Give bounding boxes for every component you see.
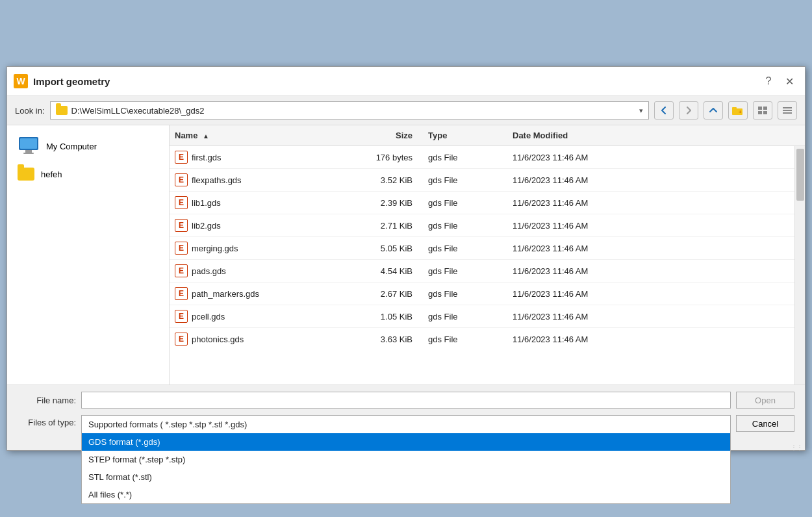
- file-type: gds File: [423, 242, 507, 255]
- gds-file-icon: [175, 287, 188, 300]
- open-button[interactable]: Open: [736, 392, 794, 409]
- file-type: gds File: [423, 265, 507, 277]
- table-row[interactable]: pads.gds 4.54 KiB gds File 11/6/2023 11:…: [170, 260, 794, 283]
- file-type: gds File: [423, 220, 507, 232]
- file-type: gds File: [423, 197, 507, 209]
- file-type: gds File: [423, 174, 507, 186]
- title-bar: W Import geometry ? ✕: [7, 67, 805, 96]
- file-size: 5.05 KiB: [345, 242, 423, 255]
- file-list[interactable]: first.gds 176 bytes gds File 11/6/2023 1…: [170, 146, 794, 385]
- file-name-row: File name: Open: [18, 392, 794, 409]
- file-name: photonics.gds: [192, 334, 244, 344]
- path-combo[interactable]: D:\WelSimLLC\executable28\_gds2 ▾: [50, 101, 649, 120]
- gds-file-icon: [175, 151, 188, 164]
- toolbar: Look in: D:\WelSimLLC\executable28\_gds2…: [7, 96, 805, 125]
- up-icon: [709, 106, 718, 115]
- file-date: 11/6/2023 11:46 AM: [507, 242, 794, 255]
- file-type: gds File: [423, 310, 507, 323]
- col-header-date[interactable]: Date Modified: [507, 128, 805, 143]
- file-date: 11/6/2023 11:46 AM: [507, 197, 794, 209]
- dropdown-item[interactable]: All files (*.*): [82, 486, 730, 503]
- resize-dots-icon: ⋮⋮: [791, 444, 802, 451]
- back-button[interactable]: [654, 101, 674, 120]
- folder-icon: [56, 106, 68, 115]
- look-in-label: Look in:: [15, 106, 45, 116]
- table-row[interactable]: flexpaths.gds 3.52 KiB gds File 11/6/202…: [170, 169, 794, 192]
- close-button[interactable]: ✕: [780, 72, 798, 90]
- svg-rect-3: [758, 107, 762, 110]
- col-header-name[interactable]: Name ▲: [170, 128, 345, 143]
- up-button[interactable]: [704, 101, 723, 120]
- file-list-header: Name ▲ Size Type Date Modified: [170, 125, 805, 146]
- svg-rect-6: [763, 111, 767, 114]
- file-name: first.gds: [192, 153, 222, 162]
- sidebar-label-hefeh: hefeh: [41, 170, 62, 179]
- dropdown-item[interactable]: STL format (*.stl): [82, 468, 730, 486]
- path-text: D:\WelSimLLC\executable28\_gds2: [71, 106, 635, 116]
- table-row[interactable]: photonics.gds 3.63 KiB gds File 11/6/202…: [170, 328, 794, 350]
- back-icon: [659, 106, 668, 115]
- gds-file-icon: [175, 264, 188, 277]
- svg-rect-5: [758, 111, 762, 114]
- scrollbar-thumb: [796, 149, 804, 201]
- table-row[interactable]: merging.gds 5.05 KiB gds File 11/6/2023 …: [170, 237, 794, 260]
- type-dropdown-menu: Supported formats ( *.step *.stp *.stl *…: [81, 415, 731, 504]
- list-view-icon: [757, 106, 768, 115]
- table-row[interactable]: path_markers.gds 2.67 KiB gds File 11/6/…: [170, 283, 794, 305]
- type-dropdown-container: Supported formats ( *.step *.stp *.stl *…: [81, 415, 731, 432]
- gds-file-icon: [175, 173, 188, 186]
- file-name: pads.gds: [192, 266, 226, 276]
- detail-view-button[interactable]: [778, 101, 797, 120]
- app-logo: W: [14, 74, 28, 88]
- file-size: 176 bytes: [345, 151, 423, 164]
- sidebar-item-my-computer[interactable]: My Computer: [7, 131, 169, 162]
- sidebar-label-my-computer: My Computer: [46, 142, 97, 151]
- svg-rect-11: [20, 138, 37, 149]
- col-header-size[interactable]: Size: [345, 128, 423, 143]
- new-folder-button[interactable]: +: [728, 101, 748, 120]
- file-type: gds File: [423, 151, 507, 164]
- file-type: gds File: [423, 333, 507, 346]
- files-of-type-row: Files of type: Supported formats ( *.ste…: [18, 415, 794, 432]
- file-name: lib1.gds: [192, 198, 221, 208]
- dropdown-item[interactable]: STEP format (*.step *.stp): [82, 451, 730, 468]
- gds-file-icon: [175, 196, 188, 209]
- file-size: 2.71 KiB: [345, 220, 423, 232]
- title-bar-buttons: ? ✕: [759, 72, 798, 90]
- file-date: 11/6/2023 11:46 AM: [507, 310, 794, 323]
- file-size: 2.67 KiB: [345, 288, 423, 300]
- file-name-input[interactable]: [81, 392, 731, 409]
- forward-button[interactable]: [679, 101, 698, 120]
- sort-arrow: ▲: [203, 132, 209, 140]
- help-button[interactable]: ?: [759, 72, 778, 90]
- file-name-label: File name:: [18, 396, 76, 405]
- file-date: 11/6/2023 11:46 AM: [507, 151, 794, 164]
- sidebar-item-hefeh[interactable]: hefeh: [7, 162, 169, 186]
- forward-icon: [684, 106, 693, 115]
- file-type: gds File: [423, 288, 507, 300]
- gds-file-icon: [175, 242, 188, 255]
- dropdown-item[interactable]: Supported formats ( *.step *.stp *.stl *…: [82, 416, 730, 433]
- file-list-container: Name ▲ Size Type Date Modified first: [170, 125, 805, 385]
- svg-rect-12: [25, 150, 32, 153]
- table-row[interactable]: lib2.gds 2.71 KiB gds File 11/6/2023 11:…: [170, 214, 794, 237]
- file-name: flexpaths.gds: [192, 175, 242, 185]
- file-date: 11/6/2023 11:46 AM: [507, 174, 794, 186]
- table-row[interactable]: lib1.gds 2.39 KiB gds File 11/6/2023 11:…: [170, 192, 794, 214]
- svg-rect-7: [783, 107, 792, 108]
- gds-file-icon: [175, 219, 188, 232]
- svg-rect-1: [732, 107, 737, 110]
- scrollbar[interactable]: [794, 146, 805, 385]
- file-size: 1.05 KiB: [345, 310, 423, 323]
- list-view-button[interactable]: [753, 101, 772, 120]
- cancel-button[interactable]: Cancel: [736, 415, 794, 432]
- detail-view-icon: [782, 106, 793, 115]
- dropdown-item[interactable]: GDS format (*.gds): [82, 433, 730, 451]
- col-header-type[interactable]: Type: [423, 128, 507, 143]
- file-name: path_markers.gds: [192, 289, 259, 299]
- table-row[interactable]: pcell.gds 1.05 KiB gds File 11/6/2023 11…: [170, 305, 794, 328]
- svg-text:+: +: [739, 109, 742, 115]
- gds-file-icon: [175, 310, 188, 323]
- table-row[interactable]: first.gds 176 bytes gds File 11/6/2023 1…: [170, 146, 794, 169]
- sidebar: My Computer hefeh: [7, 125, 170, 385]
